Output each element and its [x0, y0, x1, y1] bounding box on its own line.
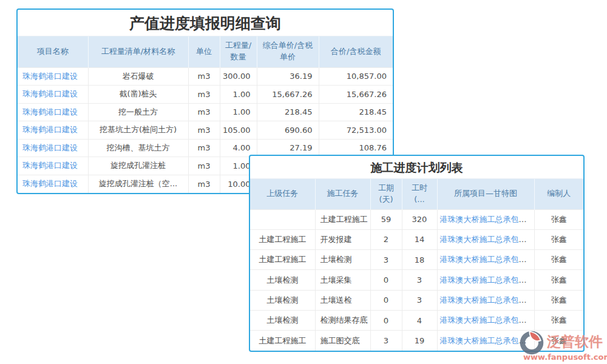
- cell-author: 张鑫: [534, 290, 583, 310]
- cell-duration: 0: [370, 290, 402, 310]
- cell-parent-task: 土建工程施工: [250, 229, 315, 249]
- cell-hours: 4: [402, 310, 437, 330]
- col-header-hours: 工时(...: [402, 179, 437, 209]
- table-row: 珠海鹤港口建设 岩石爆破 m3 300.00 36.19 10,857.00: [18, 67, 393, 86]
- cell-unit: m3: [188, 157, 220, 175]
- col-header-duration: 工期(天): [370, 179, 402, 209]
- gantt-project-link[interactable]: 港珠澳大桥施工总承包项目: [440, 295, 535, 305]
- cell-unit: m3: [188, 175, 220, 193]
- col-header-unit: 单位: [188, 36, 220, 67]
- cell-unit-price: 15,667.26: [257, 86, 319, 104]
- cell-hours: 19: [402, 331, 437, 351]
- fanpu-logo-icon: [518, 329, 545, 356]
- query-header-row: 项目名称 工程量清单/材料名称 单位 工程量/数量 综合单价/含税单价 合价/含…: [18, 36, 393, 67]
- project-link[interactable]: 珠海鹤港口建设: [22, 125, 78, 134]
- gantt-project-link[interactable]: 港珠澳大桥施工总承包项目: [440, 275, 535, 285]
- cell-item: 挖基坑土方(桩间土方): [88, 121, 188, 140]
- col-header-author: 编制人: [534, 179, 583, 209]
- cell-total: 10,857.00: [319, 67, 393, 86]
- cell-duration: 0: [370, 310, 402, 330]
- cell-author: 张鑫: [534, 270, 583, 290]
- cell-task: 土壤采集: [315, 270, 370, 290]
- cell-total: 15,667.26: [319, 86, 393, 104]
- cell-quantity: 1.00: [220, 86, 257, 104]
- plan-table-title: 施工进度计划列表: [250, 156, 583, 179]
- cell-task: 施工图交底: [315, 331, 370, 351]
- cell-duration: 2: [370, 229, 402, 249]
- cell-unit-price: 690.60: [257, 121, 319, 140]
- cell-task: 土壤送检: [315, 290, 370, 310]
- cell-total: 218.45: [319, 103, 393, 121]
- cell-item: 挖一般土方: [88, 103, 188, 121]
- col-header-quantity: 工程量/数量: [220, 36, 257, 67]
- col-header-unit-price: 综合单价/含税单价: [257, 36, 319, 67]
- table-row: 土建工程施工 开发报建 2 14 港珠澳大桥施工总承包项目 张鑫: [250, 229, 583, 249]
- cell-parent-task: 土壤检测: [250, 310, 315, 330]
- col-header-task: 施工任务: [315, 179, 370, 209]
- plan-table: 上级任务 施工任务 工期(天) 工时(... 所属项目—甘特图 编制人 土建工程…: [250, 179, 583, 351]
- table-row: 土建工程施工 59 320 港珠澳大桥施工总承包项目 张鑫: [250, 209, 583, 229]
- cell-quantity: 1.00: [220, 103, 257, 121]
- gantt-project-link[interactable]: 港珠澳大桥施工总承包项目: [440, 235, 535, 244]
- cell-author: 张鑫: [534, 209, 583, 229]
- cell-unit: m3: [188, 139, 220, 157]
- cell-hours: 3: [402, 290, 437, 310]
- cell-duration: 3: [370, 331, 402, 351]
- cell-quantity: 105.00: [220, 121, 257, 140]
- cell-duration: 0: [370, 270, 402, 290]
- cell-hours: 18: [402, 250, 437, 270]
- table-row: 土壤检测 检测结果存底 0 4 港珠澳大桥施工总承包项目 张鑫: [250, 310, 583, 330]
- cell-author: 张鑫: [534, 310, 583, 330]
- fanpu-watermark: 泛普软件 www.fanpusoft.com: [518, 328, 607, 364]
- cell-parent-task: [250, 209, 315, 229]
- table-row: 珠海鹤港口建设 截(凿)桩头 m3 1.00 15,667.26 15,667.…: [18, 86, 393, 104]
- gantt-project-link[interactable]: 港珠澳大桥施工总承包项目: [440, 315, 535, 325]
- cell-unit: m3: [188, 121, 220, 140]
- cell-parent-task: 土建工程施工: [250, 331, 315, 351]
- cell-task: 土建工程施工: [315, 209, 370, 229]
- col-header-parent-task: 上级任务: [250, 179, 315, 209]
- table-row: 土壤检测 土壤送检 0 3 港珠澳大桥施工总承包项目 张鑫: [250, 290, 583, 310]
- col-header-project: 项目名称: [18, 36, 88, 67]
- cell-hours: 14: [402, 229, 437, 249]
- query-table-title: 产值进度填报明细查询: [18, 10, 393, 36]
- cell-item: 旋挖成孔灌注桩: [88, 157, 188, 175]
- project-link[interactable]: 珠海鹤港口建设: [22, 161, 78, 170]
- col-header-item: 工程量清单/材料名称: [88, 36, 188, 67]
- plan-header-row: 上级任务 施工任务 工期(天) 工时(... 所属项目—甘特图 编制人: [250, 179, 583, 209]
- cell-unit: m3: [188, 67, 220, 86]
- cell-item: 旋挖成孔灌注桩（空...: [88, 175, 188, 193]
- table-row: 土建工程施工 土壤检测 3 18 港珠澳大桥施工总承包项目 张鑫: [250, 250, 583, 270]
- gantt-project-link[interactable]: 港珠澳大桥施工总承包项目: [440, 255, 535, 264]
- cell-item: 挖沟槽、基坑土方: [88, 139, 188, 157]
- cell-task: 土壤检测: [315, 250, 370, 270]
- cell-author: 张鑫: [534, 229, 583, 249]
- cell-parent-task: 土建工程施工: [250, 250, 315, 270]
- project-link[interactable]: 珠海鹤港口建设: [22, 72, 78, 81]
- project-link[interactable]: 珠海鹤港口建设: [22, 89, 78, 98]
- cell-unit: m3: [188, 86, 220, 104]
- project-link[interactable]: 珠海鹤港口建设: [22, 179, 78, 188]
- cell-item: 岩石爆破: [88, 67, 188, 86]
- table-row: 土壤检测 土壤采集 0 3 港珠澳大桥施工总承包项目 张鑫: [250, 270, 583, 290]
- col-header-total: 合价/含税金额: [319, 36, 393, 67]
- cell-unit-price: 36.19: [257, 67, 319, 86]
- cell-total: 72,513.00: [319, 121, 393, 140]
- project-link[interactable]: 珠海鹤港口建设: [22, 143, 78, 152]
- table-row: 珠海鹤港口建设 挖一般土方 m3 1.00 218.45 218.45: [18, 103, 393, 121]
- cell-task: 检测结果存底: [315, 310, 370, 330]
- plan-table-card: 施工进度计划列表 上级任务 施工任务 工期(天) 工时(... 所属项目—甘特图…: [249, 155, 585, 352]
- cell-unit: m3: [188, 103, 220, 121]
- col-header-gantt: 所属项目—甘特图: [437, 179, 534, 209]
- cell-parent-task: 土壤检测: [250, 270, 315, 290]
- gantt-project-link[interactable]: 港珠澳大桥施工总承包项目: [440, 215, 535, 224]
- fanpu-brand-text: 泛普软件: [547, 332, 603, 351]
- cell-item: 截(凿)桩头: [88, 86, 188, 104]
- cell-author: 张鑫: [534, 250, 583, 270]
- cell-unit-price: 218.45: [257, 103, 319, 121]
- cell-parent-task: 土壤检测: [250, 290, 315, 310]
- table-row: 珠海鹤港口建设 挖基坑土方(桩间土方) m3 105.00 690.60 72,…: [18, 121, 393, 140]
- cell-hours: 3: [402, 270, 437, 290]
- cell-quantity: 300.00: [220, 67, 257, 86]
- project-link[interactable]: 珠海鹤港口建设: [22, 107, 78, 116]
